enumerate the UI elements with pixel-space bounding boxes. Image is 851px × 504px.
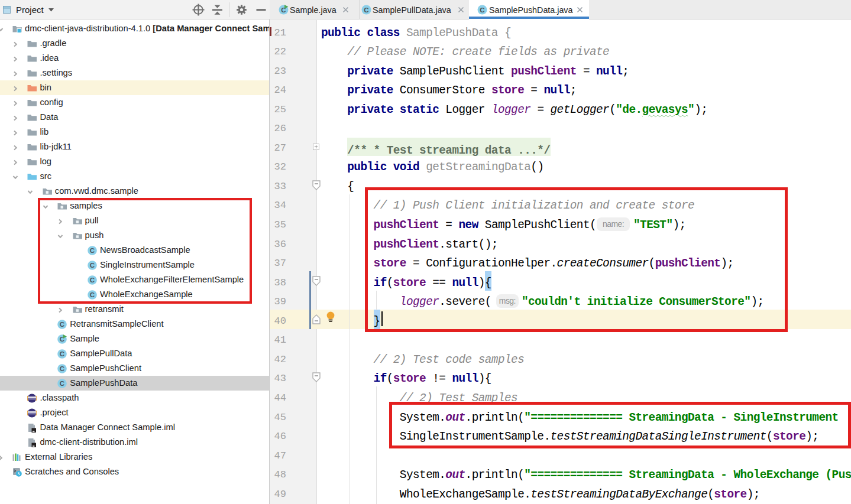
svg-text:C: C [60,365,64,372]
svg-text:C: C [60,321,64,328]
svg-text:C: C [364,6,368,14]
svg-text:C: C [480,6,484,14]
svg-text:C: C [60,380,64,387]
svg-text:C: C [60,350,64,357]
